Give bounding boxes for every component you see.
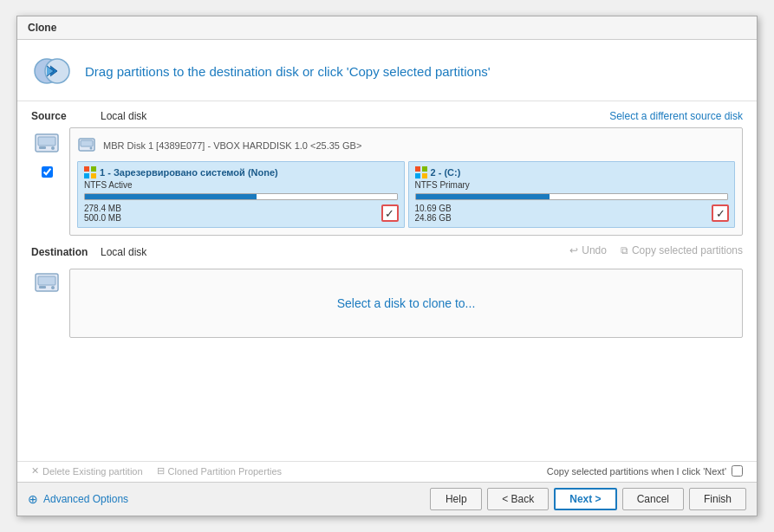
partition-1-checkbox[interactable] — [381, 204, 399, 222]
svg-rect-11 — [84, 173, 89, 178]
partition-2-progress-bg — [415, 193, 729, 200]
source-label: Source — [31, 110, 101, 122]
partition-2: 2 - (C:) NTFS Primary 10.69 GB 24.86 GB — [408, 161, 736, 228]
dest-toolbar: ↩ Undo ⧉ Copy selected partitions — [569, 244, 743, 256]
partition-2-type: NTFS Primary — [415, 180, 729, 190]
disk-hdd-icon — [77, 135, 96, 156]
destination-container[interactable]: Select a disk to clone to... — [69, 269, 743, 338]
header-section: Drag partitions to the destination disk … — [17, 40, 757, 101]
disk-header: MBR Disk 1 [4389E077] - VBOX HARDDISK 1.… — [77, 135, 735, 156]
source-outer: MBR Disk 1 [4389E077] - VBOX HARDDISK 1.… — [31, 127, 743, 244]
source-section: Source Local disk Select a different sou… — [31, 110, 743, 244]
destination-row: Destination Local disk ↩ Undo ⧉ Copy sel… — [31, 244, 743, 260]
main-body: Source Local disk Select a different sou… — [17, 101, 757, 461]
cloned-props-icon: ⊟ — [157, 465, 165, 477]
copy-icon: ⧉ — [621, 244, 628, 256]
svg-rect-18 — [38, 276, 55, 285]
delete-partition-item: ✕ Delete Existing partition — [31, 465, 143, 477]
svg-rect-7 — [81, 140, 93, 146]
select-dest-link[interactable]: Select a disk to clone to... — [337, 296, 476, 310]
source-disk-icon — [34, 131, 60, 158]
windows-logo-2-icon — [415, 166, 427, 178]
footer-buttons: Help < Back Next > Cancel Finish — [430, 488, 746, 510]
partition-1-total: 500.0 MB — [84, 213, 398, 223]
back-button[interactable]: < Back — [487, 488, 549, 510]
destination-disk-icon — [34, 270, 60, 297]
footer-left: ⊕ Advanced Options — [28, 492, 423, 506]
partition-2-name: 2 - (C:) — [431, 167, 461, 178]
clone-icon — [31, 50, 73, 92]
partition-1: 1 - Зарезервировано системой (None) NTFS… — [77, 161, 405, 228]
copy-next-label: Copy selected partitions when I click 'N… — [547, 466, 726, 477]
svg-point-20 — [51, 286, 55, 289]
partition-1-name: 1 - Зарезервировано системой (None) — [100, 167, 278, 178]
source-block: Local disk Select a different source dis… — [101, 110, 743, 122]
svg-rect-4 — [39, 146, 46, 149]
partition-2-total: 24.86 GB — [415, 213, 729, 223]
svg-rect-10 — [91, 166, 96, 172]
destination-section: Destination Local disk ↩ Undo ⧉ Copy sel… — [31, 244, 743, 452]
partition-1-title: 1 - Зарезервировано системой (None) — [84, 166, 398, 178]
partition-2-sizes: 10.69 GB 24.86 GB — [415, 204, 729, 223]
cloned-props-label: Cloned Partition Properties — [168, 466, 282, 477]
partition-1-progress-bg — [84, 193, 398, 200]
bottom-actions: ✕ Delete Existing partition ⊟ Cloned Par… — [17, 461, 757, 482]
partition-1-sizes: 278.4 MB 500.0 MB — [84, 204, 398, 223]
destination-value: Local disk — [101, 246, 569, 258]
cancel-button[interactable]: Cancel — [622, 488, 684, 510]
svg-rect-19 — [39, 286, 46, 289]
copy-partitions-button: ⧉ Copy selected partitions — [621, 244, 743, 256]
source-select-checkbox[interactable] — [42, 166, 53, 178]
partitions-row: 1 - Зарезервировано системой (None) NTFS… — [77, 161, 735, 228]
copy-next-container: Copy selected partitions when I click 'N… — [547, 465, 743, 477]
main-window: Clone Drag partitions to the destination… — [16, 16, 758, 516]
next-button[interactable]: Next > — [554, 488, 616, 510]
partition-2-progress-fill — [416, 194, 550, 199]
partition-1-progress-fill — [85, 194, 257, 199]
copy-label: Copy selected partitions — [632, 244, 743, 256]
svg-rect-13 — [415, 166, 420, 172]
svg-rect-15 — [415, 173, 420, 178]
window-title: Clone — [28, 22, 56, 34]
svg-rect-14 — [422, 166, 427, 172]
partition-2-checkbox[interactable] — [712, 204, 729, 222]
svg-point-5 — [51, 146, 55, 150]
footer: ⊕ Advanced Options Help < Back Next > Ca… — [17, 482, 757, 516]
delete-label: Delete Existing partition — [42, 466, 143, 477]
svg-rect-3 — [38, 137, 55, 146]
title-bar: Clone — [17, 16, 757, 40]
source-row: Source Local disk Select a different sou… — [31, 110, 743, 122]
source-value: Local disk — [101, 110, 609, 122]
cloned-props-item: ⊟ Cloned Partition Properties — [157, 465, 282, 477]
undo-button: ↩ Undo — [569, 244, 607, 256]
finish-button[interactable]: Finish — [689, 488, 746, 510]
svg-rect-16 — [422, 173, 427, 178]
delete-x-icon: ✕ — [31, 465, 39, 477]
partition-1-used: 278.4 MB — [84, 204, 398, 213]
destination-outer: Select a disk to clone to... — [31, 263, 743, 452]
windows-logo-icon — [84, 166, 96, 178]
bottom-left: ✕ Delete Existing partition ⊟ Cloned Par… — [31, 465, 282, 477]
help-button[interactable]: Help — [430, 488, 482, 510]
copy-next-checkbox[interactable] — [732, 465, 743, 477]
undo-label: Undo — [582, 244, 607, 256]
disk-info: MBR Disk 1 [4389E077] - VBOX HARDDISK 1.… — [103, 140, 361, 151]
advanced-options-link[interactable]: Advanced Options — [43, 493, 128, 505]
partition-2-used: 10.69 GB — [415, 204, 729, 213]
advanced-options-icon: ⊕ — [28, 492, 38, 506]
partition-1-type: NTFS Active — [84, 180, 398, 190]
undo-icon: ↩ — [569, 244, 578, 256]
source-disk-container: MBR Disk 1 [4389E077] - VBOX HARDDISK 1.… — [69, 127, 743, 236]
source-top: Local disk Select a different source dis… — [101, 110, 743, 122]
svg-rect-9 — [84, 166, 89, 172]
svg-rect-12 — [91, 173, 96, 178]
header-title: Drag partitions to the destination disk … — [85, 64, 491, 79]
select-source-link[interactable]: Select a different source disk — [609, 110, 743, 122]
content-area: Drag partitions to the destination disk … — [17, 40, 757, 516]
partition-2-title: 2 - (C:) — [415, 166, 729, 178]
svg-point-8 — [90, 147, 93, 150]
destination-label: Destination — [31, 246, 101, 258]
